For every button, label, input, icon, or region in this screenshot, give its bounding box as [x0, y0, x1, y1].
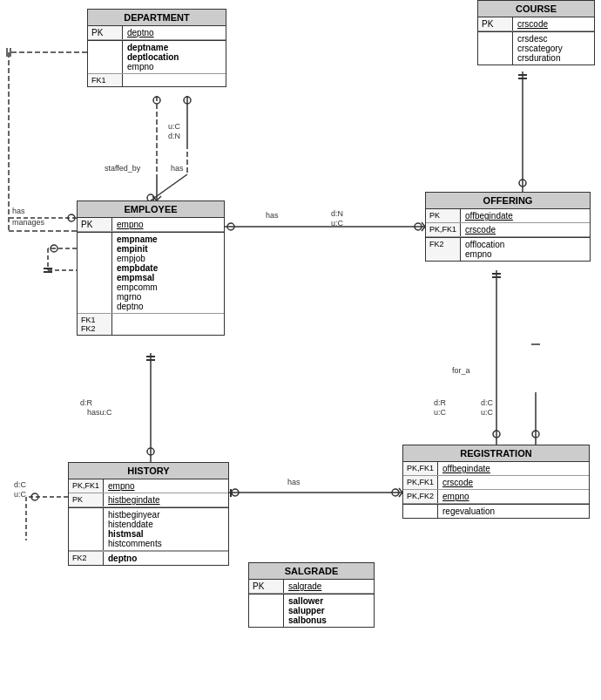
offering-attrs: offlocation empno [461, 238, 509, 261]
course-empty-pk [478, 32, 513, 65]
employee-entity: EMPLOYEE PK empno empname empinit empjob… [77, 200, 225, 336]
manages-label: manages [12, 218, 44, 227]
reg-attrs: regevaluation [438, 505, 499, 518]
for-a-label: for_a [452, 366, 470, 375]
dc-label-2: hasu:C [87, 408, 112, 417]
uc-label-1: u:C [168, 122, 180, 131]
staffed-by-label: staffed_by [105, 164, 140, 173]
emp-empty-pk [78, 233, 112, 313]
svg-point-45 [392, 489, 399, 496]
offering-offbegindate: offbegindate [461, 209, 517, 222]
has-label-1: has [171, 164, 184, 173]
employee-title: EMPLOYEE [78, 201, 224, 218]
hasu-label: d:R [80, 398, 92, 407]
registration-title: REGISTRATION [403, 445, 589, 462]
emp-pk-col: PK [78, 218, 112, 231]
hist-pkfk1: PK,FK1 [69, 479, 104, 493]
history-entity: HISTORY PK,FK1 empno PK histbegindate hi… [68, 462, 229, 566]
uc-label-3: d:R [434, 398, 446, 407]
dept-attrs: deptname deptlocation empno [123, 41, 183, 73]
dc-label-1: u:C [434, 408, 446, 417]
dept-pk-col: PK [88, 26, 123, 39]
dn-label-1: d:N [168, 132, 180, 140]
svg-point-52 [31, 493, 38, 500]
svg-line-7 [151, 174, 187, 200]
offering-title: OFFERING [426, 193, 590, 209]
hist-histbegindate: histbegindate [104, 493, 165, 506]
has-label-2: has [12, 207, 25, 215]
emp-empno: empno [112, 218, 148, 231]
course-pk-col: PK [478, 17, 513, 31]
course-attrs: crsdesc crscategory crsduration [513, 32, 567, 65]
reg-pkfk1b: PK,FK1 [403, 476, 438, 489]
has-label-4: has [287, 478, 300, 486]
uc-label-2: d:N [331, 209, 343, 218]
hist-attrs: histbeginyear histenddate histmsal histc… [104, 508, 166, 550]
history-title: HISTORY [69, 463, 228, 479]
hist-pk: PK [69, 493, 104, 506]
svg-point-25 [227, 223, 234, 230]
department-title: DEPARTMENT [88, 10, 226, 26]
course-title: COURSE [478, 1, 594, 17]
svg-point-32 [493, 431, 500, 438]
course-entity: COURSE PK crscode crsdesc crscategory cr… [477, 0, 595, 65]
salgrade-entity: SALGRADE PK salgrade sallower salupper s… [248, 562, 375, 628]
svg-point-54 [68, 214, 75, 221]
svg-point-28 [519, 180, 526, 187]
reg-empno: empno [438, 490, 474, 503]
dr-label-3: u:C [14, 490, 26, 499]
hist-empty-pk [69, 508, 104, 550]
dr-label-2: u:C [481, 408, 493, 417]
dr-label-1: u:C [331, 219, 343, 228]
dept-deptno: deptno [123, 26, 159, 39]
reg-pkfk1a: PK,FK1 [403, 462, 438, 475]
uc-label-4: d:C [481, 398, 493, 407]
diagram-container: staffed_by has has manages has has for_a… [0, 0, 601, 700]
salgrade-title: SALGRADE [249, 563, 374, 580]
offering-pk1: PK [426, 209, 461, 222]
uc-label-5: d:C [14, 480, 26, 489]
offering-pkfk1: PK,FK1 [426, 223, 461, 236]
dept-empty-pk [88, 41, 123, 73]
reg-pkfk2: PK,FK2 [403, 490, 438, 503]
svg-point-26 [415, 223, 422, 230]
offering-entity: OFFERING PK offbegindate PK,FK1 crscode … [425, 192, 591, 262]
course-crscode: crscode [513, 17, 552, 31]
sal-salgrade: salgrade [284, 580, 326, 593]
sal-pk-col: PK [249, 580, 284, 593]
sal-attrs: sallower salupper salbonus [284, 595, 331, 627]
svg-point-18 [51, 245, 57, 252]
svg-point-8 [184, 97, 191, 104]
svg-point-4 [153, 97, 160, 104]
emp-attrs: empname empinit empjob empbdate empmsal … [112, 233, 162, 313]
department-entity: DEPARTMENT PK deptno deptname deptlocati… [87, 9, 226, 87]
reg-empty-pk [403, 505, 438, 518]
svg-point-44 [232, 489, 239, 496]
has-label-3: has [266, 211, 279, 220]
offering-fk2: FK2 [426, 238, 461, 261]
offering-crscode: crscode [461, 223, 500, 236]
svg-point-39 [147, 448, 154, 455]
sal-empty-pk [249, 595, 284, 627]
svg-point-37 [532, 431, 539, 438]
registration-entity: REGISTRATION PK,FK1 offbegindate PK,FK1 … [402, 445, 590, 519]
reg-offbegindate: offbegindate [438, 462, 495, 475]
reg-crscode: crscode [438, 476, 477, 489]
hist-empno: empno [104, 479, 139, 493]
